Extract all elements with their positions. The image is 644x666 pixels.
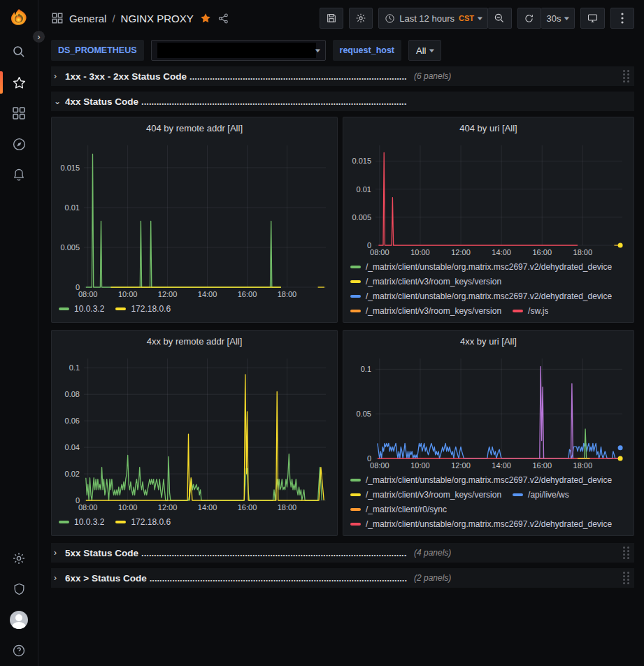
sidebar-item-dashboards[interactable] bbox=[0, 98, 38, 129]
row-collapse-chevron[interactable]: › bbox=[54, 548, 65, 558]
legend-item[interactable]: 10.0.3.2 bbox=[59, 514, 104, 529]
favorite-star-icon[interactable] bbox=[199, 12, 212, 24]
sidebar-item-explore[interactable] bbox=[0, 129, 38, 159]
panel-title[interactable]: 404 by uri [All] bbox=[343, 117, 634, 138]
x-axis-tick-label: 10:00 bbox=[410, 248, 430, 256]
clock-icon bbox=[385, 13, 395, 24]
dashboard-content: › 1xx - 3xx - 2xx Status Code ..........… bbox=[38, 64, 644, 588]
chart-legend: /_matrix/client/unstable/org.matrix.msc2… bbox=[350, 472, 627, 533]
row-title[interactable]: 4xx Status Code bbox=[65, 96, 138, 107]
legend-item[interactable]: /_matrix/client/v3/room_keys/version bbox=[350, 303, 501, 318]
chart-plot-svg[interactable]: 08:0010:0012:0014:0016:0018:0000.020.040… bbox=[56, 352, 333, 513]
tv-mode-button[interactable] bbox=[580, 8, 605, 29]
legend-item[interactable]: /_matrix/client/unstable/org.matrix.msc2… bbox=[350, 259, 612, 274]
legend-item[interactable]: 10.0.3.2 bbox=[59, 301, 104, 316]
x-axis-tick-label: 10:00 bbox=[118, 290, 138, 298]
y-axis-tick-label: 0.01 bbox=[65, 203, 80, 212]
chart-plot-svg[interactable]: 08:0010:0012:0014:0016:0018:0000.0050.01… bbox=[348, 138, 629, 258]
y-axis-tick-label: 0.02 bbox=[65, 470, 80, 478]
sidebar-item-configuration[interactable] bbox=[0, 543, 38, 574]
share-icon[interactable] bbox=[217, 13, 229, 24]
legend-item[interactable]: /_matrix/client/unstable/org.matrix.msc2… bbox=[350, 516, 612, 531]
legend-label: 10.0.3.2 bbox=[74, 517, 104, 527]
time-picker-group: Last 12 hours CST ▾ bbox=[378, 8, 511, 29]
grafana-logo[interactable] bbox=[0, 0, 38, 36]
legend-item[interactable]: /api/live/ws bbox=[513, 487, 569, 502]
row-drag-handle[interactable] bbox=[622, 572, 631, 584]
row-title[interactable]: 6xx > Status Code bbox=[65, 573, 147, 584]
series-line bbox=[86, 154, 281, 288]
row-drag-handle[interactable] bbox=[622, 546, 631, 559]
x-axis-tick-label: 16:00 bbox=[532, 248, 552, 256]
chart-4xx-by-uri[interactable]: 08:0010:0012:0014:0016:0018:0000.050.1 bbox=[348, 352, 629, 471]
panel-title[interactable]: 4xx by remote addr [All] bbox=[52, 331, 337, 352]
datasource-variable-label[interactable]: DS_PROMETHEUS bbox=[51, 40, 144, 61]
sidebar-expand-button[interactable]: › bbox=[32, 30, 45, 43]
chevron-down-icon: ▾ bbox=[564, 15, 569, 22]
refresh-interval-picker[interactable]: 30s ▾ bbox=[541, 8, 575, 29]
y-axis-tick-label: 0 bbox=[367, 241, 371, 249]
chart-404-by-uri[interactable]: 08:0010:0012:0014:0016:0018:0000.0050.01… bbox=[348, 138, 629, 258]
sidebar-item-server-admin[interactable] bbox=[0, 574, 38, 605]
panel-4xx-by-uri: 4xx by uri [All] 08:0010:0012:0014:0016:… bbox=[343, 330, 634, 536]
legend-label: /_matrix/client/v3/room_keys/version bbox=[366, 306, 501, 316]
legend-item[interactable]: /sw.js bbox=[513, 303, 548, 318]
datasource-variable-select[interactable]: ▾ bbox=[151, 40, 326, 61]
panel-title[interactable]: 4xx by uri [All] bbox=[343, 331, 634, 352]
more-options-button[interactable] bbox=[610, 8, 634, 29]
time-range-picker[interactable]: Last 12 hours CST ▾ bbox=[378, 8, 487, 29]
zoom-out-time-button[interactable] bbox=[488, 8, 512, 29]
apps-grid-icon[interactable] bbox=[51, 12, 64, 24]
save-icon bbox=[326, 13, 337, 24]
row-title[interactable]: 5xx Status Code bbox=[65, 548, 138, 558]
breadcrumb-section[interactable]: General bbox=[69, 13, 106, 24]
request-host-value: All bbox=[416, 45, 426, 56]
sidebar-item-help[interactable] bbox=[0, 635, 38, 666]
row-collapse-chevron[interactable]: ⌄ bbox=[54, 96, 65, 106]
search-icon[interactable] bbox=[0, 36, 38, 67]
chart-plot-svg[interactable]: 08:0010:0012:0014:0016:0018:0000.050.1 bbox=[348, 352, 629, 471]
refresh-icon bbox=[524, 13, 534, 24]
legend-item[interactable]: /_matrix/client/unstable/org.matrix.msc2… bbox=[350, 472, 612, 487]
series-line bbox=[571, 384, 573, 458]
y-axis-tick-label: 0.04 bbox=[65, 443, 80, 451]
legend-item[interactable]: /_matrix/client/unstable/org.matrix.msc2… bbox=[350, 289, 612, 303]
request-host-variable-select[interactable]: All ▾ bbox=[408, 40, 441, 61]
timezone-label: CST bbox=[459, 14, 474, 22]
row-collapse-chevron[interactable]: › bbox=[54, 71, 65, 81]
refresh-button[interactable] bbox=[517, 8, 541, 29]
legend-item[interactable]: /_matrix/client/v3/room_keys/version bbox=[350, 274, 501, 289]
x-axis-tick-label: 18:00 bbox=[278, 503, 297, 512]
row-leader-dots: ........................................… bbox=[189, 71, 407, 82]
panel-title[interactable]: 404 by remote addr [All] bbox=[52, 117, 337, 138]
legend-item[interactable]: /_matrix/client/v3/room_keys/version bbox=[350, 487, 501, 502]
row-collapse-chevron[interactable]: › bbox=[54, 573, 65, 583]
zoom-out-icon bbox=[494, 13, 505, 24]
sidebar-item-alerting[interactable] bbox=[0, 159, 38, 190]
chart-plot-svg[interactable]: 08:0010:0012:0014:0016:0018:0000.0050.01… bbox=[56, 138, 333, 300]
sidebar-item-starred[interactable] bbox=[0, 67, 38, 98]
x-axis-tick-label: 14:00 bbox=[198, 503, 217, 512]
legend-swatch bbox=[350, 310, 361, 312]
legend-item[interactable]: 172.18.0.6 bbox=[115, 301, 171, 316]
legend-item[interactable]: 172.18.0.6 bbox=[115, 514, 171, 529]
panel-404-by-remote-addr: 404 by remote addr [All] 08:0010:0012:00… bbox=[51, 117, 338, 323]
breadcrumb-page-title[interactable]: NGINX PROXY bbox=[121, 13, 194, 24]
dashboard-settings-button[interactable] bbox=[349, 8, 373, 29]
user-avatar[interactable] bbox=[0, 605, 38, 635]
legend-label: /_matrix/client/v3/room_keys/version bbox=[366, 277, 501, 287]
chart-404-by-remote-addr[interactable]: 08:0010:0012:0014:0016:0018:0000.0050.01… bbox=[56, 138, 333, 300]
row-title[interactable]: 1xx - 3xx - 2xx Status Code bbox=[65, 71, 187, 82]
y-axis-tick-label: 0.01 bbox=[357, 185, 371, 194]
row-drag-handle[interactable] bbox=[622, 70, 631, 82]
variables-row: DS_PROMETHEUS ▾ request_host All ▾ bbox=[38, 36, 644, 64]
row-6xx: › 6xx > Status Code ....................… bbox=[51, 568, 634, 588]
gear-icon bbox=[355, 13, 366, 24]
legend-item[interactable]: /_matrix/client/r0/sync bbox=[350, 502, 447, 516]
request-host-variable-label[interactable]: request_host bbox=[333, 40, 402, 61]
row-4xx: ⌄ 4xx Status Code ......................… bbox=[51, 92, 634, 111]
save-dashboard-button[interactable] bbox=[320, 8, 343, 29]
legend-label: /api/live/ws bbox=[528, 490, 569, 500]
x-axis-tick-label: 18:00 bbox=[573, 248, 593, 256]
chart-4xx-by-remote-addr[interactable]: 08:0010:0012:0014:0016:0018:0000.020.040… bbox=[56, 352, 333, 513]
